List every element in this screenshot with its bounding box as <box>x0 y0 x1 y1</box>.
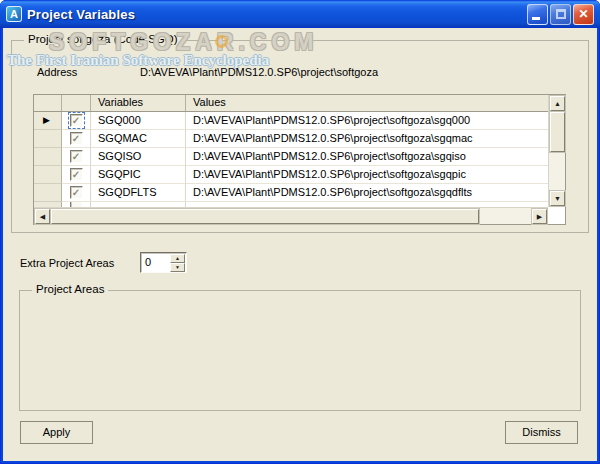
row-selector[interactable]: ▶ <box>34 112 62 130</box>
vertical-scroll-thumb[interactable] <box>550 112 565 152</box>
scroll-down-button[interactable]: ▼ <box>550 191 565 206</box>
value-cell[interactable]: D:\AVEVA\Plant\PDMS12.0.SP6\project\soft… <box>186 130 565 148</box>
variable-cell[interactable]: SGQMAC <box>91 130 186 148</box>
variable-cell[interactable]: SGQ000 <box>91 112 186 130</box>
extra-areas-value[interactable]: 0 <box>141 253 170 272</box>
current-row-indicator-icon: ▶ <box>43 115 50 125</box>
row-selector[interactable] <box>34 166 62 184</box>
values-column-header[interactable]: Values <box>186 95 565 111</box>
table-row[interactable]: ✓ SGQPIC D:\AVEVA\Plant\PDMS12.0.SP6\pro… <box>34 166 565 184</box>
value-cell[interactable]: D:\AVEVA\Plant\PDMS12.0.SP6\project\soft… <box>186 112 565 130</box>
arrow-up-icon: ▲ <box>551 97 564 110</box>
checked-checkbox-icon[interactable]: ✓ <box>70 186 83 199</box>
row-selector[interactable] <box>34 130 62 148</box>
grid-corner-cell <box>34 95 62 111</box>
row-checkbox-cell[interactable]: ✓ <box>62 166 91 184</box>
grid-rows-area: Variables Values ▶ ✓ SGQ000 D:\AVEVA\Pla… <box>34 95 565 207</box>
close-button[interactable]: ✕ <box>573 4 594 25</box>
row-checkbox-cell[interactable]: ✓ <box>62 148 91 166</box>
variable-cell[interactable]: SGQDFLTS <box>91 184 186 202</box>
checked-checkbox-icon[interactable]: ✓ <box>70 132 83 145</box>
checked-checkbox-icon[interactable]: ✓ <box>70 150 83 163</box>
client-area: Project softgoza (Code SGQ) SOFTGOZAR.CO… <box>3 28 597 461</box>
app-icon: A <box>6 6 22 22</box>
stepper-up-button[interactable]: ▲ <box>170 254 185 263</box>
table-row[interactable]: ✓ SGQDFLTS D:\AVEVA\Plant\PDMS12.0.SP6\p… <box>34 184 565 202</box>
title-bar[interactable]: A Project Variables ✕ <box>0 0 600 28</box>
spin-down-icon: ▼ <box>171 264 184 271</box>
extra-project-areas-label: Extra Project Areas <box>20 257 114 269</box>
variables-grid: Variables Values ▶ ✓ SGQ000 D:\AVEVA\Pla… <box>33 94 566 225</box>
arrow-right-icon: ▶ <box>533 210 546 223</box>
spin-up-icon: ▲ <box>171 255 184 262</box>
row-checkbox-cell[interactable]: ✓ <box>62 184 91 202</box>
vertical-scrollbar[interactable]: ▲ ▼ <box>548 95 565 207</box>
dismiss-button[interactable]: Dismiss <box>505 421 578 444</box>
project-variables-window: A Project Variables ✕ Project softgoza (… <box>0 0 600 464</box>
variables-column-header[interactable]: Variables <box>91 95 186 111</box>
table-row[interactable]: ✓ SGQISO D:\AVEVA\Plant\PDMS12.0.SP6\pro… <box>34 148 565 166</box>
row-checkbox-cell[interactable]: ✓ <box>62 112 91 130</box>
table-row[interactable]: ▶ ✓ SGQ000 D:\AVEVA\Plant\PDMS12.0.SP6\p… <box>34 112 565 130</box>
maximize-button[interactable] <box>550 4 571 25</box>
maximize-icon <box>556 9 566 19</box>
window-controls: ✕ <box>527 4 594 25</box>
variable-cell[interactable]: SGQPIC <box>91 166 186 184</box>
project-groupbox-title: Project softgoza (Code SGQ) <box>24 33 182 45</box>
checked-checkbox-icon[interactable]: ✓ <box>70 114 83 127</box>
grid-header-row: Variables Values <box>34 95 565 112</box>
minimize-button[interactable] <box>527 4 548 25</box>
checkbox-column-header <box>62 95 91 111</box>
value-cell[interactable]: D:\AVEVA\Plant\PDMS12.0.SP6\project\soft… <box>186 184 565 202</box>
variable-cell[interactable]: SGQISO <box>91 148 186 166</box>
arrow-left-icon: ◀ <box>36 210 49 223</box>
scroll-left-button[interactable]: ◀ <box>35 209 50 224</box>
value-cell[interactable]: D:\AVEVA\Plant\PDMS12.0.SP6\project\soft… <box>186 148 565 166</box>
row-checkbox-cell[interactable]: ✓ <box>62 130 91 148</box>
close-icon: ✕ <box>574 5 593 24</box>
project-areas-title: Project Areas <box>32 283 108 295</box>
project-areas-groupbox: Project Areas <box>19 290 581 411</box>
horizontal-scroll-thumb[interactable] <box>51 209 479 224</box>
checked-checkbox-icon[interactable]: ✓ <box>70 168 83 181</box>
table-row[interactable]: ✓ SGQMAC D:\AVEVA\Plant\PDMS12.0.SP6\pro… <box>34 130 565 148</box>
apply-button[interactable]: Apply <box>20 421 93 444</box>
address-value: D:\AVEVA\Plant\PDMS12.0.SP6\project\soft… <box>140 66 378 78</box>
minimize-icon <box>532 17 540 20</box>
scroll-right-button[interactable]: ▶ <box>532 209 547 224</box>
scroll-up-button[interactable]: ▲ <box>550 96 565 111</box>
value-cell[interactable]: D:\AVEVA\Plant\PDMS12.0.SP6\project\soft… <box>186 166 565 184</box>
arrow-down-icon: ▼ <box>551 192 564 205</box>
stepper-down-button[interactable]: ▼ <box>170 263 185 272</box>
horizontal-scrollbar[interactable]: ◀ ▶ <box>34 207 548 224</box>
window-title: Project Variables <box>27 7 527 22</box>
address-label: Address <box>37 66 77 78</box>
row-selector[interactable] <box>34 184 62 202</box>
extra-areas-stepper[interactable]: 0 ▲ ▼ <box>140 252 187 273</box>
row-selector[interactable] <box>34 148 62 166</box>
